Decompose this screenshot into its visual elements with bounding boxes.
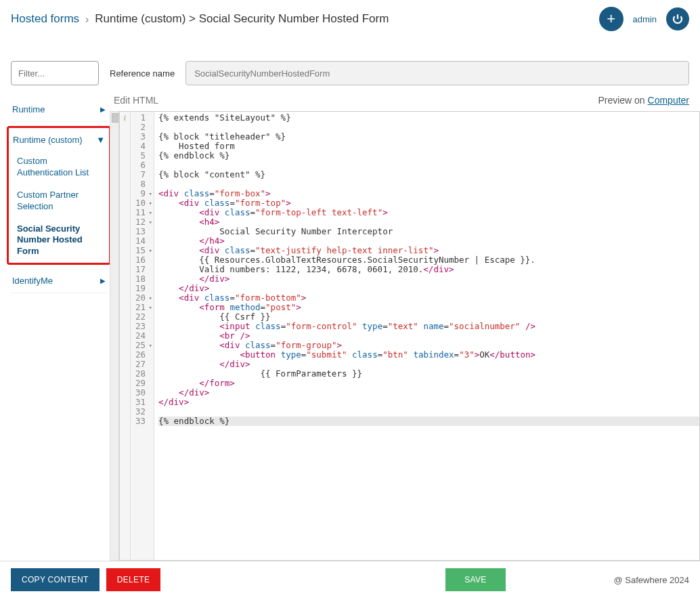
breadcrumb-root[interactable]: Hosted forms	[11, 12, 79, 25]
delete-button[interactable]: DELETE	[106, 568, 160, 591]
main-area: Runtime ▶ Runtime (custom) ▼ Custom Auth…	[0, 92, 700, 561]
chevron-right-icon: ›	[83, 13, 92, 26]
sidebar-sub-custom-partner-selection[interactable]: Custom Partner Selection	[12, 184, 106, 218]
sidebar-sub-custom-auth-list[interactable]: Custom Authentication List	[12, 150, 106, 184]
sidebar-item-label: IdentifyMe	[12, 276, 53, 286]
power-icon	[672, 13, 684, 25]
sidebar-item-label: Runtime (custom)	[13, 135, 83, 145]
filter-input[interactable]	[11, 61, 99, 85]
plus-icon: +	[607, 10, 615, 28]
preview-label: Preview on Computer	[598, 95, 689, 106]
page-header: Hosted forms › Runtime (custom) > Social…	[0, 0, 700, 34]
chevron-right-icon: ▶	[100, 277, 106, 284]
editor-panel: Edit HTML Preview on Computer i 12345678…	[110, 92, 700, 561]
editor-header: Edit HTML Preview on Computer	[110, 92, 700, 111]
footer: COPY CONTENT DELETE SAVE @ Safewhere 202…	[0, 561, 700, 598]
copyright-text: @ Safewhere 2024	[614, 575, 690, 585]
save-button[interactable]: SAVE	[445, 568, 505, 591]
code-editor[interactable]: i 123456789▾10▾11▾12▾131415▾1617181920▾2…	[119, 111, 700, 561]
breadcrumb: Hosted forms › Runtime (custom) > Social…	[11, 12, 389, 26]
sidebar-item-label: Runtime	[12, 104, 45, 114]
chevron-right-icon: ▶	[100, 106, 106, 113]
code-content[interactable]: {% extends "SiteLayout" %} {% block "tit…	[154, 112, 699, 560]
preview-prefix: Preview on	[598, 95, 647, 106]
scrollbar[interactable]	[110, 111, 119, 561]
sidebar-item-identifyme[interactable]: IdentifyMe ▶	[11, 269, 107, 293]
sidebar-item-runtime[interactable]: Runtime ▶	[11, 98, 107, 122]
chevron-down-icon: ▼	[96, 135, 105, 145]
add-button[interactable]: +	[599, 7, 624, 31]
meta-row: Reference name	[0, 34, 700, 92]
info-gutter: i	[120, 112, 131, 560]
reference-name-label: Reference name	[110, 68, 175, 79]
sidebar: Runtime ▶ Runtime (custom) ▼ Custom Auth…	[11, 92, 107, 561]
line-number-gutter: 123456789▾10▾11▾12▾131415▾1617181920▾21▾…	[131, 112, 154, 560]
sidebar-item-runtime-custom[interactable]: Runtime (custom) ▼	[12, 128, 106, 150]
copy-content-button[interactable]: COPY CONTENT	[11, 568, 100, 591]
user-link[interactable]: admin	[633, 14, 657, 24]
logout-button[interactable]	[666, 7, 689, 30]
editor-title: Edit HTML	[114, 95, 158, 106]
reference-name-field[interactable]	[185, 61, 689, 85]
breadcrumb-current: Runtime (custom) > Social Security Numbe…	[95, 12, 389, 25]
preview-device-link[interactable]: Computer	[648, 95, 689, 106]
sidebar-group-runtime-custom: Runtime (custom) ▼ Custom Authentication…	[7, 126, 111, 265]
header-actions: + admin	[599, 7, 689, 31]
sidebar-sub-ssn-hosted-form[interactable]: Social Security Number Hosted Form	[12, 218, 106, 263]
